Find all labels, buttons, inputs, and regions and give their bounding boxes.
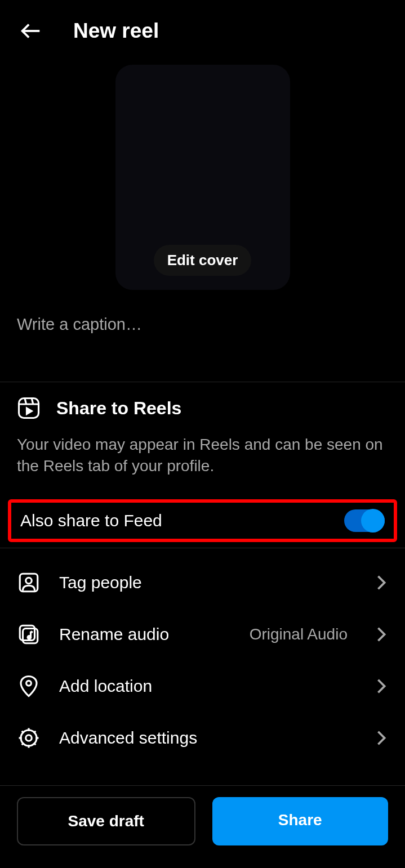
preview-container: Edit cover [0,62,405,298]
reel-preview[interactable]: Edit cover [115,65,290,290]
reels-icon [17,396,41,420]
caption-area[interactable]: Write a caption… [0,298,405,382]
header: New reel [0,0,405,62]
feed-toggle[interactable] [344,509,385,532]
chevron-right-icon [375,576,388,589]
svg-rect-1 [19,399,39,418]
save-draft-button[interactable]: Save draft [17,797,195,845]
rename-audio-icon [17,623,41,646]
advanced-settings-row[interactable]: Advanced settings [0,712,405,764]
svg-line-4 [32,399,33,405]
share-to-reels-title: Share to Reels [56,398,181,419]
options-list: Tag people Rename audio Original Audio [0,557,405,764]
svg-point-12 [26,735,32,741]
share-button[interactable]: Share [212,797,389,845]
page-title: New reel [73,19,159,43]
rename-audio-row[interactable]: Rename audio Original Audio [0,609,405,660]
svg-point-9 [28,636,31,639]
divider [0,548,405,548]
add-location-label: Add location [59,677,356,696]
toggle-knob [361,509,385,533]
edit-cover-button[interactable]: Edit cover [154,245,252,276]
feed-toggle-label: Also share to Feed [20,511,162,530]
bottom-bar: Save draft Share [0,785,405,857]
rename-audio-value: Original Audio [250,625,348,643]
arrow-left-icon [18,18,44,44]
share-to-reels-description: Your video may appear in Reels and can b… [17,434,388,477]
tag-people-icon [17,571,41,594]
gear-icon [17,726,41,750]
advanced-settings-label: Advanced settings [59,728,356,748]
location-icon [17,674,41,698]
svg-point-6 [26,578,32,584]
share-to-reels-section: Share to Reels Your video may appear in … [0,382,405,491]
svg-point-10 [26,681,32,686]
chevron-right-icon [375,679,388,693]
also-share-to-feed-row: Also share to Feed [8,499,397,542]
caption-input[interactable]: Write a caption… [17,315,388,334]
add-location-row[interactable]: Add location [0,660,405,712]
tag-people-row[interactable]: Tag people [0,557,405,609]
section-header: Share to Reels [17,396,388,420]
chevron-right-icon [375,731,388,745]
rename-audio-label: Rename audio [59,625,231,644]
svg-line-3 [25,399,26,405]
back-button[interactable] [17,17,45,45]
chevron-right-icon [375,628,388,641]
tag-people-label: Tag people [59,573,356,592]
